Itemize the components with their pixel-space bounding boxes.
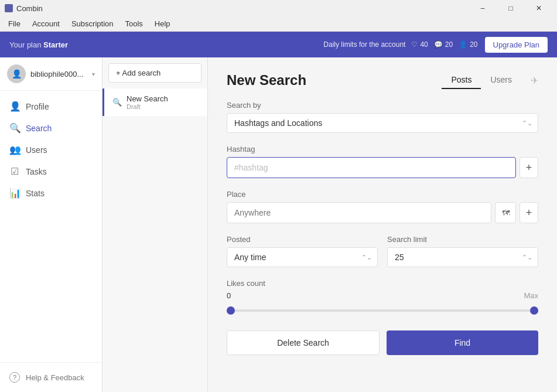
stats-icon: 📊 xyxy=(9,188,20,199)
tasks-icon: ☑ xyxy=(9,166,20,177)
comment-icon: 💬 xyxy=(434,40,443,49)
sidebar-item-profile-label: Profile xyxy=(26,102,49,111)
sidebar-item-search-label: Search xyxy=(26,124,52,133)
search-item-icon: 🔍 xyxy=(112,98,122,107)
nav-items: 👤 Profile 🔍 Search 👥 Users ☑ Tasks 📊 Sta… xyxy=(0,91,102,362)
place-input[interactable] xyxy=(227,202,491,223)
hashtag-input[interactable] xyxy=(227,157,516,178)
posted-select[interactable]: Any time Last hour Last 24 hours Last we… xyxy=(227,247,378,267)
username-label: bibliophile000... xyxy=(30,70,87,79)
posted-searchlimit-row: Posted Any time Last hour Last 24 hours … xyxy=(227,235,538,279)
likes-max-label: Max xyxy=(524,291,538,300)
likes-count-group: Likes count 0 Max xyxy=(227,279,538,316)
sidebar: 👤 bibliophile000... ▾ 👤 Profile 🔍 Search… xyxy=(0,57,102,392)
likes-count: 40 xyxy=(420,40,428,49)
search-item-status: Draft xyxy=(127,103,168,110)
search-limit-group: Search limit 25 50 100 xyxy=(387,235,538,267)
sidebar-item-users-label: Users xyxy=(26,145,47,155)
menu-item-file[interactable]: File xyxy=(2,18,26,29)
maximize-button[interactable]: □ xyxy=(497,0,524,16)
search-by-select-wrapper: Hashtags and Locations Hashtags Location… xyxy=(227,113,538,133)
window-controls: – □ ✕ xyxy=(469,0,552,16)
help-feedback-label: Help & Feedback xyxy=(26,373,84,382)
find-button[interactable]: Find xyxy=(387,330,538,355)
tab-users[interactable]: Users xyxy=(481,71,521,89)
posted-select-wrapper: Any time Last hour Last 24 hours Last we… xyxy=(227,247,378,267)
menu-item-account[interactable]: Account xyxy=(26,18,66,29)
action-buttons: Delete Search Find xyxy=(227,330,538,355)
daily-limits: Daily limits for the account ♡ 40 💬 20 👤… xyxy=(323,40,477,49)
likes-max-slider[interactable] xyxy=(227,309,538,312)
content-inner: New Search Posts Users ✈ Search by Hasht… xyxy=(208,57,557,369)
search-item-name: New Search xyxy=(127,94,168,103)
banner-right: Daily limits for the account ♡ 40 💬 20 👤… xyxy=(323,37,548,53)
search-list-panel: + Add search 🔍 New Search Draft xyxy=(102,57,208,392)
follows-count: 20 xyxy=(470,40,477,49)
sidebar-item-stats[interactable]: 📊 Stats xyxy=(0,182,102,204)
search-by-select[interactable]: Hashtags and Locations Hashtags Location… xyxy=(227,113,538,133)
menu-item-tools[interactable]: Tools xyxy=(119,18,148,29)
place-input-row: 🗺 + xyxy=(227,202,538,223)
plan-prefix-label: Your plan xyxy=(9,40,41,49)
person-icon: 👤 xyxy=(459,40,467,49)
map-button[interactable]: 🗺 xyxy=(495,202,516,223)
users-icon: 👥 xyxy=(9,144,20,155)
search-by-label: Search by xyxy=(227,101,538,110)
avatar: 👤 xyxy=(7,64,26,83)
close-button[interactable]: ✕ xyxy=(525,0,552,16)
sidebar-item-search[interactable]: 🔍 Search xyxy=(0,117,102,139)
add-place-button[interactable]: + xyxy=(520,202,538,223)
search-limit-label: Search limit xyxy=(387,235,538,244)
title-bar-left: Combin xyxy=(5,4,43,13)
minimize-button[interactable]: – xyxy=(469,0,496,16)
content-header: New Search Posts Users ✈ xyxy=(227,71,538,89)
likes-range-wrapper xyxy=(227,305,538,316)
user-account-section[interactable]: 👤 bibliophile000... ▾ xyxy=(0,57,102,91)
sidebar-item-tasks[interactable]: ☑ Tasks xyxy=(0,161,102,182)
follows-limit: 👤 20 xyxy=(459,40,477,49)
menu-bar: FileAccountSubscriptionToolsHelp xyxy=(0,16,557,32)
place-group: Place 🗺 + xyxy=(227,190,538,223)
plan-banner: Your plan Starter Daily limits for the a… xyxy=(0,32,557,57)
search-limit-select[interactable]: 25 50 100 xyxy=(387,247,538,267)
sidebar-item-tasks-label: Tasks xyxy=(26,167,47,176)
banner-plan-info: Your plan Starter xyxy=(9,40,68,49)
likes-range-header: 0 Max xyxy=(227,291,538,300)
sidebar-item-stats-label: Stats xyxy=(26,189,45,198)
plan-name-label: Starter xyxy=(43,40,68,49)
delete-search-button[interactable]: Delete Search xyxy=(227,330,380,355)
title-bar: Combin – □ ✕ xyxy=(0,0,557,16)
app-icon xyxy=(5,4,13,12)
chevron-down-icon: ▾ xyxy=(92,71,95,77)
help-icon: ? xyxy=(9,372,20,383)
hashtag-group: Hashtag + xyxy=(227,145,538,178)
search-list-item[interactable]: 🔍 New Search Draft xyxy=(102,88,207,116)
profile-icon: 👤 xyxy=(9,101,20,112)
sidebar-item-users[interactable]: 👥 Users xyxy=(0,139,102,161)
help-feedback-item[interactable]: ? Help & Feedback xyxy=(9,370,93,385)
main-layout: 👤 bibliophile000... ▾ 👤 Profile 🔍 Search… xyxy=(0,57,557,392)
place-label: Place xyxy=(227,190,538,199)
add-hashtag-button[interactable]: + xyxy=(520,157,538,178)
comments-limit: 💬 20 xyxy=(434,40,453,49)
search-item-info: New Search Draft xyxy=(127,94,168,110)
add-search-button[interactable]: + Add search xyxy=(108,63,201,83)
page-title: New Search xyxy=(227,72,306,88)
daily-limits-label: Daily limits for the account xyxy=(323,40,405,49)
comments-count: 20 xyxy=(445,40,453,49)
menu-item-help[interactable]: Help xyxy=(149,18,176,29)
sidebar-item-profile[interactable]: 👤 Profile xyxy=(0,96,102,117)
menu-item-subscription[interactable]: Subscription xyxy=(66,18,119,29)
content-tabs: Posts Users xyxy=(442,71,521,89)
app-title: Combin xyxy=(16,4,43,13)
search-limit-select-wrapper: 25 50 100 xyxy=(387,247,538,267)
sidebar-footer: ? Help & Feedback xyxy=(0,362,102,392)
likes-min-value: 0 xyxy=(227,291,231,300)
hashtag-label: Hashtag xyxy=(227,145,538,154)
hashtag-input-row: + xyxy=(227,157,538,178)
upgrade-plan-button[interactable]: Upgrade Plan xyxy=(485,37,548,53)
send-icon[interactable]: ✈ xyxy=(531,75,538,86)
posted-label: Posted xyxy=(227,235,378,244)
tab-posts[interactable]: Posts xyxy=(442,71,481,89)
search-icon: 🔍 xyxy=(9,122,20,134)
